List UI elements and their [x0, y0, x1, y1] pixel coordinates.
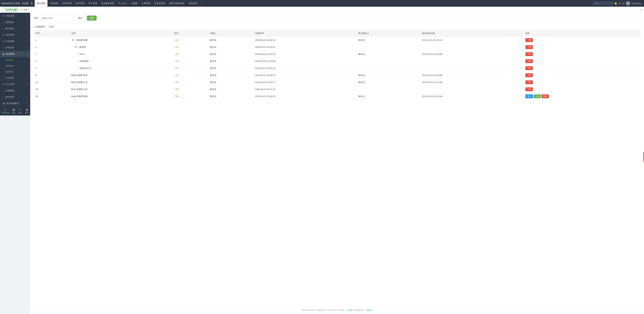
cell-create-time: 2019-09-21 15:53:47: [253, 44, 356, 51]
avatar: C: [626, 1, 630, 5]
table-header-row: 序号 名称 状态 创建人 创建时间 最后修改人 最后修改时间 操作: [34, 30, 641, 37]
sidebar-item-3d-editor[interactable]: □ 3D编辑器: [0, 88, 30, 94]
nav-item-crm[interactable]: CRM管理: [60, 0, 74, 7]
sidebar-sub-item-knowledge-type-label: 知识类型: [5, 59, 14, 62]
nav-item-developer[interactable]: 开发者桌面: [152, 0, 167, 7]
cell-name: □ 微店商/C2C: [69, 65, 172, 72]
offline-button[interactable]: 下线: [526, 45, 533, 49]
main-layout: ⚙ 系统设置 ▼ □ 说明设置 ▼ □ 项目规划 ▼: [0, 13, 644, 314]
nav-item-hr[interactable]: 人事管理: [140, 0, 152, 7]
tab-notes-close-icon[interactable]: ×: [28, 8, 29, 11]
nav-item-school[interactable]: 学校管理: [48, 0, 60, 7]
nav-item-workflow[interactable]: 流程管理: [186, 0, 199, 7]
footer-author-link[interactable]: 卫志强: [346, 309, 352, 311]
knowledge-icon: ◉: [3, 53, 4, 55]
sidebar-item-survey-label: 问卷调查: [6, 40, 14, 43]
offline-button[interactable]: 下线: [526, 66, 533, 70]
cell-status: 上线: [172, 79, 208, 86]
offline-button[interactable]: 下线: [526, 59, 533, 63]
cell-id: 3: [34, 51, 69, 58]
nav-item-erp[interactable]: ERP管理: [74, 0, 86, 7]
sidebar-bottom-calendar[interactable]: ▦ 日程: [12, 108, 16, 114]
nav-item-desktop[interactable]: 默认桌面: [35, 0, 48, 7]
cell-creator: 陈冬瓜: [208, 65, 253, 72]
cell-creator: 陈冬瓜: [208, 37, 253, 44]
sidebar-bottom-bar: ≡ 文件管理 ▦ 日程 ✎ 笔记 ▦ 论坛: [0, 107, 30, 116]
sidebar-item-org-manage-label: 组织管理: [6, 33, 14, 36]
offline-button[interactable]: 下线: [526, 38, 533, 42]
offline-button[interactable]: 下线: [526, 52, 533, 56]
refresh-button[interactable]: ↻ 刷新数据: [34, 25, 45, 28]
sidebar-item-description[interactable]: □ 说明设置 ▼: [0, 19, 30, 25]
cell-modifier: [356, 58, 420, 65]
nav-item-cloud[interactable]: 云服务: [129, 0, 140, 7]
sidebar-bottom-forum[interactable]: ▦ 论坛: [25, 108, 29, 114]
sidebar-item-forum-manage[interactable]: ⊞ 论坛管理 ▼: [0, 81, 30, 88]
online-button[interactable]: 上线: [534, 94, 541, 98]
table-row: 4 □ 跨境电商 上线 陈冬瓜 2019-09-21 15:53:58 下线: [34, 58, 641, 65]
forum-bottom-icon: ▦: [26, 108, 28, 111]
data-icon: ▦: [3, 102, 4, 105]
search-button[interactable]: 搜索: [87, 15, 96, 20]
nav-item-personal[interactable]: 个人中心: [116, 0, 129, 7]
chevron-up-icon: ▲: [26, 53, 28, 55]
cell-modifier: [356, 44, 420, 51]
hamburger-icon[interactable]: ☰: [30, 2, 33, 5]
footer-source-link[interactable]: skyeye: [366, 309, 372, 311]
sidebar-item-org-manage[interactable]: ◎ 组织管理 ▼: [0, 32, 30, 38]
tab-collapse-icon[interactable]: ▼: [640, 8, 643, 11]
tab-notes[interactable]: ✎ 笔记 ×: [19, 7, 31, 13]
sidebar-item-project-data[interactable]: ▦ 项目基础数据 ▼: [0, 100, 30, 107]
notification-icon[interactable]: 🔔: [614, 2, 617, 5]
sidebar-bottom-notes[interactable]: ✎ 笔记: [18, 108, 22, 114]
tab-knowledge-type[interactable]: 知识类型 ×: [4, 7, 18, 13]
chevron-down-icon-7: ▼: [26, 77, 28, 79]
sidebar-item-survey[interactable]: ◎ 问卷调查 ▼: [0, 38, 30, 44]
col-name: 名称: [69, 30, 172, 37]
knowledge-type-table: 序号 名称 状态 创建人 创建时间 最后修改人 最后修改时间 操作 1 ▼ □ …: [34, 30, 641, 100]
add-button[interactable]: + 新增: [48, 25, 54, 28]
sidebar-sub-item-my-knowledge[interactable]: 我的知识: [0, 63, 30, 69]
nav-item-aftersale[interactable]: 售后服务管理: [99, 0, 116, 7]
table-row: 6 ▶ ■ 互联网-研究 上线 陈冬瓜 2019-09-21 15:45:22 …: [34, 72, 641, 79]
cell-modify-time: 2021-01-01 14:50:56: [420, 93, 524, 100]
chevron-down-icon-3: ▼: [26, 28, 28, 30]
sidebar-sub-item-knowledge-review[interactable]: 知识审核: [0, 69, 30, 75]
home-tab-icon[interactable]: ⌂: [1, 8, 3, 11]
col-status: 状态: [172, 30, 208, 37]
search-area: [593, 1, 613, 5]
cell-status: 上线: [172, 44, 208, 51]
cell-id: 14: [34, 79, 69, 86]
chevron-down-icon-8: ▼: [26, 84, 28, 85]
offline-button[interactable]: 下线: [526, 80, 533, 84]
message-icon[interactable]: ✉: [619, 2, 621, 5]
sidebar-item-app-manage[interactable]: □ 应用管理 ▼: [0, 44, 30, 51]
cell-modify-time: 2021-01-01 15:32:43: [420, 37, 524, 44]
nav-item-production[interactable]: 生产管理: [86, 0, 99, 7]
sidebar-item-system-settings[interactable]: ⚙ 系统设置 ▼: [0, 13, 30, 19]
offline-button[interactable]: 下线: [526, 73, 533, 77]
cell-create-time: 2019-09-21 15:54:16: [253, 65, 356, 72]
col-create-time: 创建时间: [253, 30, 356, 37]
sidebar-item-knowledge-manage[interactable]: ◉ 知识管理 ▲: [0, 51, 30, 57]
cell-modifier: 陈冬瓜: [356, 79, 420, 86]
edit-button[interactable]: 编辑: [526, 94, 533, 98]
search-input[interactable]: [593, 1, 613, 5]
reset-button[interactable]: 重置: [76, 15, 85, 21]
sidebar-item-project-plan[interactable]: □ 项目规划 ▼: [0, 25, 30, 32]
sidebar-bottom-filemanager[interactable]: ≡ 文件管理: [2, 108, 9, 114]
screen-icon[interactable]: ⊡: [622, 2, 624, 5]
nav-item-monitor[interactable]: 监控与报表系统: [167, 0, 186, 7]
offline-button[interactable]: 下线: [526, 87, 533, 91]
sidebar-sub-item-knowledge-type[interactable]: 知识类型: [0, 57, 30, 63]
content-area: 名称 重置 搜索 ↻ 刷新数据 + 新增 序号 名称 状态: [30, 13, 644, 314]
nav-item-more[interactable]: ›: [199, 0, 204, 7]
cell-actions: 下线: [524, 79, 641, 86]
delete-button[interactable]: 删除: [542, 94, 549, 98]
cell-modifier: [356, 86, 420, 93]
sidebar-item-announcement[interactable]: □ 公告管理 ▼: [0, 75, 30, 81]
sidebar-item-project-manage[interactable]: □ 项目管理 ▼: [0, 94, 30, 100]
name-search-input[interactable]: [40, 16, 74, 20]
user-info[interactable]: C chendong...: [626, 1, 643, 5]
cell-creator: 陈冬瓜: [208, 93, 253, 100]
